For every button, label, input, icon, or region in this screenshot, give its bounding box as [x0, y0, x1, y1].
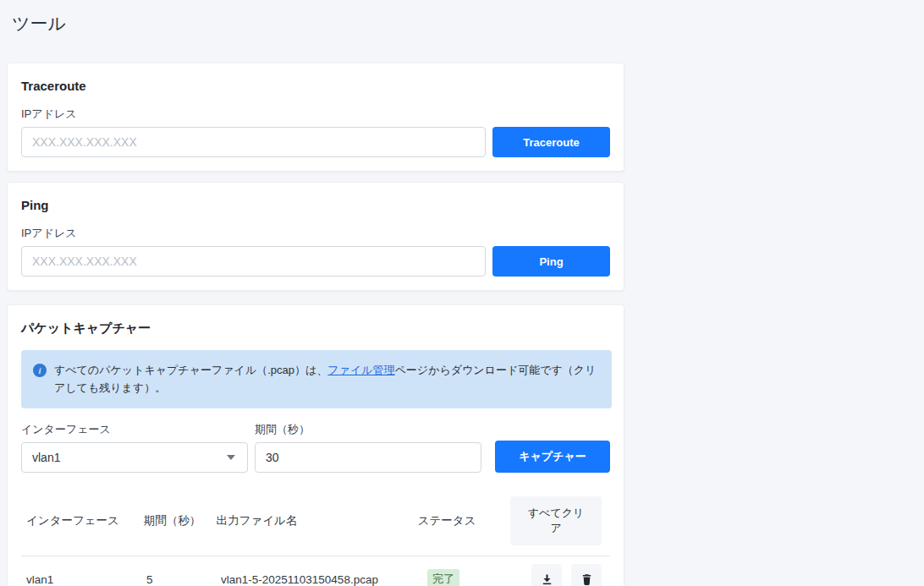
info-circle-icon: [33, 364, 47, 377]
capture-button[interactable]: キャプチャー: [495, 441, 610, 473]
duration-label: 期間（秒）: [255, 422, 481, 437]
row-status: 完了: [427, 569, 522, 586]
info-banner: すべてのパケットキャプチャーファイル（.pcap）は、ファイル管理ページからダウ…: [21, 350, 612, 408]
header-interface: インターフェース: [26, 513, 144, 528]
clear-all-button[interactable]: すべてクリア: [510, 496, 602, 545]
file-management-link[interactable]: ファイル管理: [327, 364, 394, 376]
ping-title: Ping: [21, 198, 610, 212]
traceroute-button[interactable]: Traceroute: [492, 127, 610, 157]
download-button[interactable]: [531, 564, 562, 586]
info-text-before: すべてのパケットキャプチャーファイル（.pcap）は、: [54, 364, 327, 376]
capture-table-header: インターフェース 期間（秒） 出力ファイル名 ステータス すべてクリア: [21, 491, 610, 556]
ping-ip-input[interactable]: [21, 246, 486, 277]
traceroute-ip-label: IPアドレス: [21, 107, 610, 122]
packet-capture-title: パケットキャプチャー: [21, 320, 610, 337]
page-title: ツール: [12, 12, 924, 36]
table-row: vlan1 5 vlan1-5-20251103150458.pcap 完了: [21, 556, 610, 586]
ping-button[interactable]: Ping: [492, 246, 610, 277]
traceroute-title: Traceroute: [21, 79, 610, 93]
duration-input[interactable]: [255, 442, 481, 473]
capture-table: インターフェース 期間（秒） 出力ファイル名 ステータス すべてクリア vlan…: [21, 491, 610, 586]
row-interface: vlan1: [26, 573, 146, 586]
packet-capture-card: パケットキャプチャー すべてのパケットキャプチャーファイル（.pcap）は、ファ…: [7, 304, 624, 586]
interface-select[interactable]: vlan1: [21, 442, 248, 473]
row-filename: vlan1-5-20251103150458.pcap: [221, 573, 427, 586]
interface-label: インターフェース: [21, 422, 248, 437]
header-duration: 期間（秒）: [144, 513, 217, 528]
header-status: ステータス: [418, 513, 510, 528]
status-badge: 完了: [427, 569, 459, 586]
header-filename: 出力ファイル名: [217, 513, 418, 528]
ping-ip-label: IPアドレス: [21, 226, 610, 241]
trash-icon: [580, 573, 593, 586]
download-icon: [541, 573, 553, 586]
capture-form: インターフェース vlan1 期間（秒） キャプチャー: [21, 422, 610, 473]
row-duration: 5: [146, 573, 221, 586]
interface-selected-value: vlan1: [32, 451, 60, 464]
delete-button[interactable]: [571, 564, 602, 586]
ping-card: Ping IPアドレス Ping: [7, 182, 624, 291]
info-banner-text: すべてのパケットキャプチャーファイル（.pcap）は、ファイル管理ページからダウ…: [54, 361, 600, 397]
traceroute-card: Traceroute IPアドレス Traceroute: [7, 63, 624, 172]
chevron-down-icon: [227, 455, 235, 460]
traceroute-ip-input[interactable]: [21, 127, 486, 157]
